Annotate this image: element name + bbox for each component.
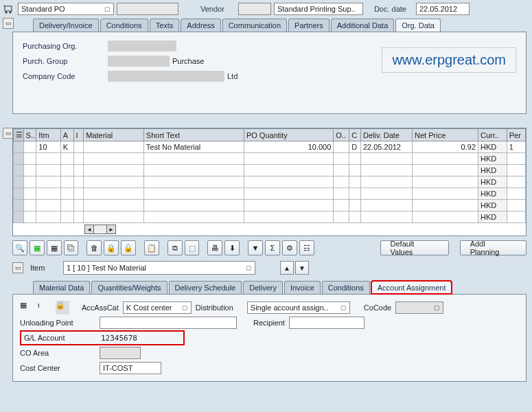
tab-texts[interactable]: Texts — [150, 19, 180, 32]
col-i[interactable]: I — [73, 129, 84, 141]
lock-icon[interactable]: 🔒 — [104, 240, 119, 255]
org-data-panel: Purchasing Org. Purch. Group Purchase Co… — [12, 32, 527, 114]
docdate-field[interactable]: 22.05.2012 — [416, 3, 470, 15]
table-row[interactable]: HKD — [14, 211, 526, 223]
item-table[interactable]: ☰ S.. Itm A I Material Short Text PO Qua… — [13, 128, 526, 223]
purch-group-label: Purch. Group — [23, 57, 105, 65]
table-row[interactable]: 10 K Test No Material 10.000 D 22.05.201… — [14, 141, 526, 153]
svg-point-3 — [10, 12, 12, 14]
tab-conditions[interactable]: Conditions — [100, 19, 148, 32]
table-row[interactable]: HKD — [14, 153, 526, 165]
costcenter-label: Cost Center — [20, 364, 95, 372]
cell-per: 1 — [507, 141, 525, 153]
recipient-field[interactable] — [289, 317, 365, 329]
col-net-price[interactable]: Net Price — [413, 129, 478, 141]
tab-delivery-invoice[interactable]: Delivery/Invoice — [33, 19, 99, 32]
tab-communication[interactable]: Communication — [222, 19, 287, 32]
collapse-header-icon[interactable]: ▭ — [3, 18, 14, 29]
docdate-label: Doc. date — [374, 5, 406, 13]
table-row[interactable]: HKD — [14, 200, 526, 211]
layout-icon[interactable]: ▦ — [20, 301, 34, 314]
collapse-item-icon[interactable]: ▭ — [12, 262, 23, 273]
print-layout-icon[interactable]: ⬚ — [185, 240, 200, 255]
coarea-field[interactable] — [100, 347, 141, 359]
watermark: www.erpgreat.com — [382, 47, 516, 73]
cell-c: D — [349, 141, 361, 153]
coarea-label: CO Area — [20, 349, 95, 357]
col-c[interactable]: C — [349, 129, 361, 141]
costcenter-field[interactable]: IT-COST — [100, 362, 161, 374]
cocode-field[interactable]: ▢ — [395, 301, 443, 314]
col-curr[interactable]: Curr.. — [478, 129, 507, 141]
cell-curr: HKD — [478, 141, 507, 153]
col-per[interactable]: Per — [507, 129, 525, 141]
select-all-icon[interactable]: ▦ — [30, 240, 45, 255]
svg-point-2 — [5, 12, 8, 14]
col-o[interactable]: O.. — [334, 129, 349, 141]
lock2-icon[interactable]: 🔒 — [56, 301, 69, 314]
col-itm[interactable]: Itm — [36, 129, 60, 141]
print-icon[interactable]: 🖶 — [207, 240, 222, 255]
accasscat-field[interactable]: K Cost center▢ — [123, 301, 192, 314]
recipient-label: Recipient — [253, 319, 285, 327]
next-item-icon[interactable]: ▼ — [295, 261, 309, 275]
cell-qty: 10.000 — [244, 141, 333, 153]
po-type-select[interactable]: Standard PO ▢ — [18, 3, 114, 15]
copy-icon[interactable]: 📋 — [144, 240, 159, 255]
company-code-label: Company Code — [23, 72, 105, 80]
table-row[interactable]: HKD — [14, 188, 526, 200]
purch-group-text: Purchase — [172, 57, 204, 65]
grid-hscroll[interactable]: ◄ ► — [82, 223, 526, 236]
filter-icon[interactable]: ▼ — [248, 240, 263, 255]
scroll-left-icon[interactable]: ◄ — [84, 225, 94, 234]
tab-material-data[interactable]: Material Data — [33, 281, 90, 294]
deselect-icon[interactable]: ▦ — [47, 240, 62, 255]
col-short-text[interactable]: Short Text — [143, 129, 244, 141]
col-material[interactable]: Material — [84, 129, 144, 141]
gl-account-value: 12345678 — [101, 334, 137, 343]
tab-additional-data[interactable]: Additional Data — [331, 19, 395, 32]
col-select-all[interactable]: ☰ — [14, 129, 24, 141]
tab-account-assignment[interactable]: Account Assignment — [371, 281, 452, 294]
col-deliv-date[interactable]: Deliv. Date — [360, 129, 412, 141]
scroll-right-icon[interactable]: ► — [106, 225, 116, 234]
attach-icon[interactable]: ⧉ — [167, 240, 183, 255]
sum-icon[interactable]: Σ — [265, 240, 280, 255]
planning-icon[interactable]: ☷ — [299, 240, 314, 255]
grid-toolbar: 🔍 ▦ ▦ ⿻ 🗑 🔒 🔓 📋 ⧉ ⬚ 🖶 ⬇ ▼ Σ ⚙ ☷ Default … — [0, 236, 532, 258]
account-assignment-panel: ▦ ι 🔒 AccAssCat K Cost center▢ Distribut… — [12, 294, 527, 382]
settings-icon[interactable]: ⚙ — [282, 240, 297, 255]
detail-view-icon[interactable]: 🔍 — [12, 240, 27, 255]
table-row[interactable]: HKD — [14, 176, 526, 188]
duplicate-icon[interactable]: ⿻ — [64, 240, 79, 255]
default-values-button[interactable]: Default Values — [380, 240, 449, 255]
delete-icon[interactable]: 🗑 — [86, 240, 102, 255]
header-tabs: Delivery/Invoice Conditions Texts Addres… — [0, 16, 532, 32]
unloading-field[interactable] — [100, 317, 237, 329]
col-po-quantity[interactable]: PO Quantity — [244, 129, 333, 141]
tab-invoice[interactable]: Invoice — [284, 281, 321, 294]
tab-org-data[interactable]: Org. Data — [395, 19, 441, 32]
tab-delivery-schedule[interactable]: Delivery Schedule — [169, 281, 242, 294]
download-icon[interactable]: ⬇ — [224, 240, 240, 255]
addl-planning-button[interactable]: Addl Planning — [460, 240, 527, 255]
candle-icon[interactable]: ι — [38, 301, 51, 314]
unlock-icon[interactable]: 🔓 — [121, 240, 136, 255]
distribution-field[interactable]: Single account assign..▢ — [247, 301, 350, 314]
cell-net: 0.92 — [413, 141, 478, 153]
po-type-value: Standard PO — [21, 5, 65, 13]
col-status[interactable]: S.. — [23, 129, 36, 141]
item-select[interactable]: 1 [ 10 ] Test No Material ▢ — [63, 261, 255, 275]
tab-partners[interactable]: Partners — [288, 19, 329, 32]
tab-delivery[interactable]: Delivery — [243, 281, 283, 294]
tab-quantities-weights[interactable]: Quantities/Weights — [91, 281, 167, 294]
col-a[interactable]: A — [60, 129, 73, 141]
po-number-field[interactable] — [117, 3, 178, 15]
tab-conditions-item[interactable]: Conditions — [322, 281, 370, 294]
vendor-code-field[interactable] — [238, 3, 271, 15]
svg-rect-0 — [5, 6, 12, 11]
tab-address[interactable]: Address — [181, 19, 220, 32]
table-row[interactable]: HKD — [14, 165, 526, 176]
cell-a: K — [60, 141, 73, 153]
prev-item-icon[interactable]: ▲ — [280, 261, 294, 275]
